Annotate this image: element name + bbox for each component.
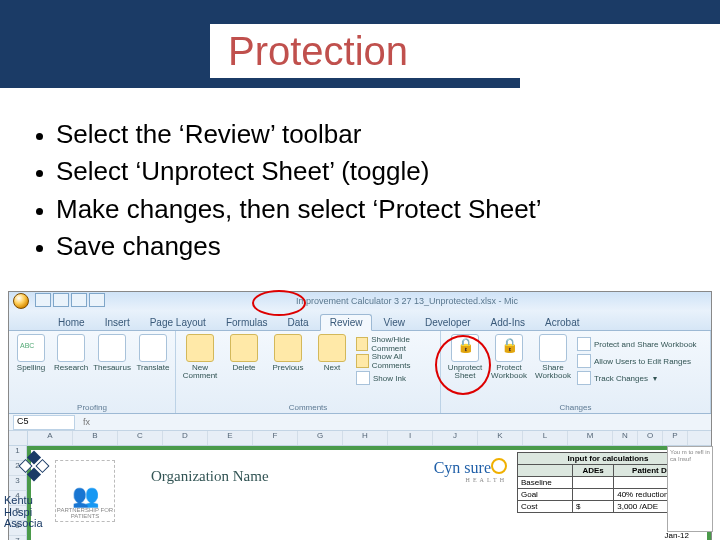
header-stripe-top — [0, 0, 720, 24]
group-label-comments: Comments — [180, 403, 436, 412]
bullet-item: Select ‘Unprotect Sheet’ (toggle) — [56, 155, 692, 188]
col-header[interactable]: D — [163, 431, 208, 445]
org-name-label: Organization Name — [151, 468, 269, 485]
excel-titlebar: Improvement Calculator 3 27 13_Unprotect… — [9, 292, 711, 310]
btn-show-hide-comment[interactable]: Show/Hide Comment — [356, 336, 436, 352]
month-cell: Jan-12 — [665, 531, 689, 540]
btn-translate[interactable]: Translate — [135, 334, 171, 372]
translate-icon — [139, 334, 167, 362]
btn-new-comment[interactable]: New Comment — [180, 334, 220, 386]
tab-home[interactable]: Home — [49, 315, 94, 330]
tab-view[interactable]: View — [374, 315, 414, 330]
cynosure-logo: Cyn sureHEALTH — [434, 458, 507, 483]
col-header[interactable]: K — [478, 431, 523, 445]
bullet-item: Save changes — [56, 230, 692, 263]
group-label-proofing: Proofing — [13, 403, 171, 412]
comment-icon — [356, 354, 369, 368]
logo-o-icon — [491, 458, 507, 474]
col-header[interactable]: C — [118, 431, 163, 445]
select-all-corner[interactable] — [9, 431, 28, 445]
quick-access-toolbar[interactable] — [35, 293, 107, 309]
col-header[interactable]: M — [568, 431, 613, 445]
tab-insert[interactable]: Insert — [96, 315, 139, 330]
col-header[interactable]: J — [433, 431, 478, 445]
formula-bar: C5 fx — [9, 414, 711, 431]
col-header[interactable]: O — [638, 431, 663, 445]
bullet-item: Make changes, then select ‘Protect Sheet… — [56, 193, 692, 226]
lock-icon — [495, 334, 523, 362]
btn-thesaurus[interactable]: Thesaurus — [93, 334, 131, 372]
delete-comment-icon — [230, 334, 258, 362]
side-note: You m to refl in ca Insuf — [667, 446, 713, 532]
excel-screenshot: Improvement Calculator 3 27 13_Unprotect… — [8, 291, 712, 540]
col-header[interactable]: N — [613, 431, 638, 445]
sheet-header-band: 👥 PARTNERSHIP FOR PATIENTS Organization … — [27, 446, 711, 540]
office-orb-icon[interactable] — [13, 293, 29, 309]
slide-title: Protection — [210, 29, 408, 74]
title-row: Protection — [0, 24, 720, 78]
btn-delete-comment[interactable]: Delete — [224, 334, 264, 386]
tab-page-layout[interactable]: Page Layout — [141, 315, 215, 330]
prev-comment-icon — [274, 334, 302, 362]
col-header[interactable]: A — [28, 431, 73, 445]
col-header[interactable]: I — [388, 431, 433, 445]
col-header[interactable]: G — [298, 431, 343, 445]
people-icon: 👥 — [72, 485, 99, 507]
ribbon: Spelling Research Thesaurus Translate Pr… — [9, 331, 711, 414]
btn-research[interactable]: Research — [53, 334, 89, 372]
btn-share-workbook[interactable]: Share Workbook — [533, 334, 573, 386]
row-header[interactable]: 7 — [9, 536, 27, 540]
group-comments: New Comment Delete Previous Next Show/Hi… — [176, 331, 441, 413]
group-changes: Unprotect Sheet Protect Workbook Share W… — [441, 331, 711, 413]
header-stripe-left — [0, 24, 210, 78]
tab-formulas[interactable]: Formulas — [217, 315, 277, 330]
excel-window-title: Improvement Calculator 3 27 13_Unprotect… — [107, 296, 707, 306]
fx-icon[interactable]: fx — [83, 417, 90, 427]
column-headers: A B C D E F G H I J K L M N O P — [9, 431, 711, 446]
tab-data[interactable]: Data — [279, 315, 318, 330]
ink-icon — [356, 371, 370, 385]
btn-protect-share[interactable]: Protect and Share Workbook — [577, 336, 697, 352]
btn-allow-edit-ranges[interactable]: Allow Users to Edit Ranges — [577, 353, 697, 369]
btn-next-comment[interactable]: Next — [312, 334, 352, 386]
btn-protect-workbook[interactable]: Protect Workbook — [489, 334, 529, 386]
group-label-changes: Changes — [445, 403, 706, 412]
btn-unprotect-sheet[interactable]: Unprotect Sheet — [445, 334, 485, 386]
comment-icon — [356, 337, 368, 351]
research-icon — [57, 334, 85, 362]
col-header[interactable]: B — [73, 431, 118, 445]
tab-addins[interactable]: Add-Ins — [482, 315, 534, 330]
tab-review[interactable]: Review — [320, 314, 373, 331]
tab-acrobat[interactable]: Acrobat — [536, 315, 588, 330]
lock-share-icon — [577, 337, 591, 351]
btn-track-changes[interactable]: Track Changes ▾ — [577, 370, 697, 386]
col-header[interactable]: P — [663, 431, 688, 445]
btn-show-ink[interactable]: Show Ink — [356, 370, 436, 386]
thesaurus-icon — [98, 334, 126, 362]
name-box[interactable]: C5 — [13, 415, 75, 430]
users-icon — [577, 354, 591, 368]
btn-show-all-comments[interactable]: Show All Comments — [356, 353, 436, 369]
tab-developer[interactable]: Developer — [416, 315, 480, 330]
ribbon-tabs: Home Insert Page Layout Formulas Data Re… — [9, 310, 711, 331]
sheet-body: 1 2 3 4 5 6 7 👥 PARTNERSHIP FOR PATIENTS… — [9, 446, 711, 540]
col-header[interactable]: H — [343, 431, 388, 445]
kha-logo: Kentu Hospi Associa — [4, 467, 74, 530]
btn-spelling[interactable]: Spelling — [13, 334, 49, 372]
col-header[interactable]: L — [523, 431, 568, 445]
lock-icon — [451, 334, 479, 362]
spellcheck-icon — [17, 334, 45, 362]
comment-icon — [186, 334, 214, 362]
track-icon — [577, 371, 591, 385]
col-header[interactable]: F — [253, 431, 298, 445]
next-comment-icon — [318, 334, 346, 362]
bullet-item: Select the ‘Review’ toolbar — [56, 118, 692, 151]
group-proofing: Spelling Research Thesaurus Translate Pr… — [9, 331, 176, 413]
sheet-content[interactable]: 👥 PARTNERSHIP FOR PATIENTS Organization … — [27, 446, 711, 540]
btn-prev-comment[interactable]: Previous — [268, 334, 308, 386]
header-stripe-under — [0, 78, 520, 88]
bullet-list: Select the ‘Review’ toolbar Select ‘Unpr… — [0, 104, 720, 275]
share-icon — [539, 334, 567, 362]
col-header[interactable]: E — [208, 431, 253, 445]
